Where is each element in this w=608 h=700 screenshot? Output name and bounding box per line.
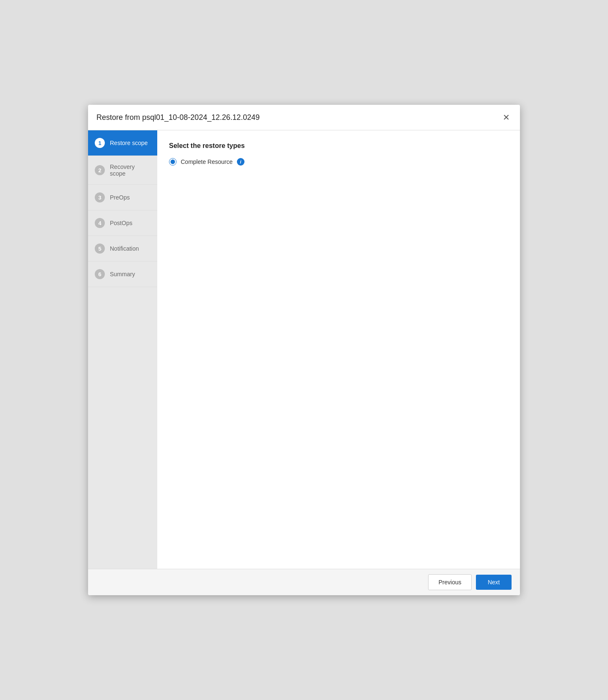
dialog-header: Restore from psql01_10-08-2024_12.26.12.…: [88, 105, 520, 130]
complete-resource-label: Complete Resource: [181, 158, 233, 165]
dialog-title: Restore from psql01_10-08-2024_12.26.12.…: [96, 113, 260, 122]
sidebar-item-preops[interactable]: 3 PreOps: [88, 185, 157, 210]
close-button[interactable]: ✕: [501, 111, 512, 123]
sidebar-label-3: PreOps: [110, 194, 130, 201]
step-number-4: 4: [95, 218, 105, 228]
sidebar-item-recovery-scope[interactable]: 2 Recovery scope: [88, 156, 157, 185]
dialog-footer: Previous Next: [88, 569, 520, 595]
sidebar: 1 Restore scope 2 Recovery scope 3 PreOp…: [88, 130, 157, 569]
close-icon: ✕: [503, 113, 510, 122]
sidebar-label-5: Notification: [110, 245, 139, 252]
restore-type-row: Complete Resource i: [169, 158, 508, 166]
info-icon[interactable]: i: [237, 158, 244, 166]
complete-resource-radio[interactable]: [169, 158, 177, 166]
main-content: Select the restore types Complete Resour…: [157, 130, 520, 569]
restore-dialog: Restore from psql01_10-08-2024_12.26.12.…: [88, 105, 520, 595]
sidebar-item-notification[interactable]: 5 Notification: [88, 236, 157, 262]
previous-button[interactable]: Previous: [428, 574, 472, 590]
sidebar-item-postops[interactable]: 4 PostOps: [88, 210, 157, 236]
sidebar-label-1: Restore scope: [110, 140, 148, 146]
step-number-3: 3: [95, 192, 105, 202]
step-number-6: 6: [95, 269, 105, 279]
sidebar-item-restore-scope[interactable]: 1 Restore scope: [88, 130, 157, 156]
next-button[interactable]: Next: [476, 575, 512, 590]
sidebar-label-6: Summary: [110, 271, 135, 277]
sidebar-item-summary[interactable]: 6 Summary: [88, 262, 157, 287]
sidebar-label-2: Recovery scope: [110, 163, 151, 177]
sidebar-label-4: PostOps: [110, 220, 133, 226]
dialog-body: 1 Restore scope 2 Recovery scope 3 PreOp…: [88, 130, 520, 569]
step-number-5: 5: [95, 244, 105, 254]
step-number-2: 2: [95, 165, 105, 175]
section-title: Select the restore types: [169, 142, 508, 150]
step-number-1: 1: [95, 138, 105, 148]
